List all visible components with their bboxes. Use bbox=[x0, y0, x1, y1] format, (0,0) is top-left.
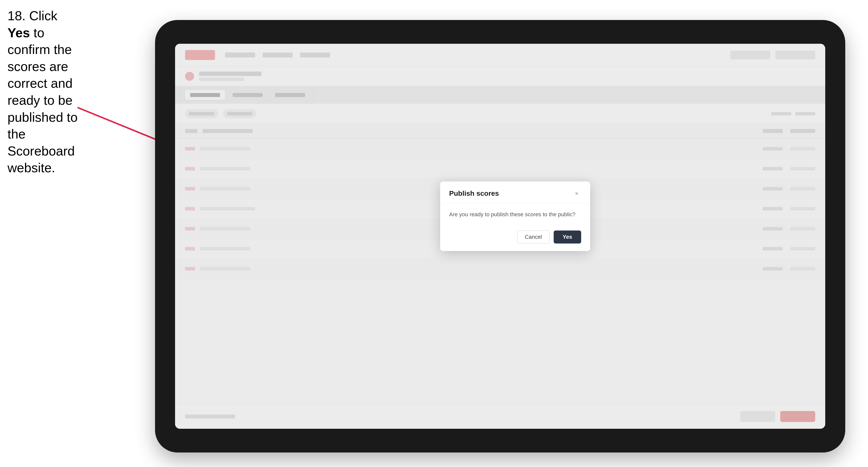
yes-button[interactable]: Yes bbox=[554, 230, 581, 244]
dialog-title: Publish scores bbox=[449, 189, 499, 197]
dialog-body: Are you ready to publish these scores to… bbox=[440, 203, 590, 225]
dialog-message: Are you ready to publish these scores to… bbox=[449, 210, 581, 218]
publish-scores-dialog: Publish scores × Are you ready to publis… bbox=[440, 182, 590, 251]
cancel-button[interactable]: Cancel bbox=[517, 230, 550, 244]
dialog-close-button[interactable]: × bbox=[572, 189, 581, 198]
dialog-footer: Cancel Yes bbox=[440, 225, 590, 251]
dialog-header: Publish scores × bbox=[440, 182, 590, 203]
tablet-device: Publish scores × Are you ready to publis… bbox=[155, 20, 845, 453]
tablet-screen: Publish scores × Are you ready to publis… bbox=[175, 44, 825, 429]
instruction-text: 18. Click Yes to confirm the scores are … bbox=[7, 7, 80, 177]
bold-yes: Yes bbox=[7, 26, 30, 40]
modal-overlay: Publish scores × Are you ready to publis… bbox=[175, 44, 825, 429]
step-number: 18. bbox=[7, 8, 26, 23]
